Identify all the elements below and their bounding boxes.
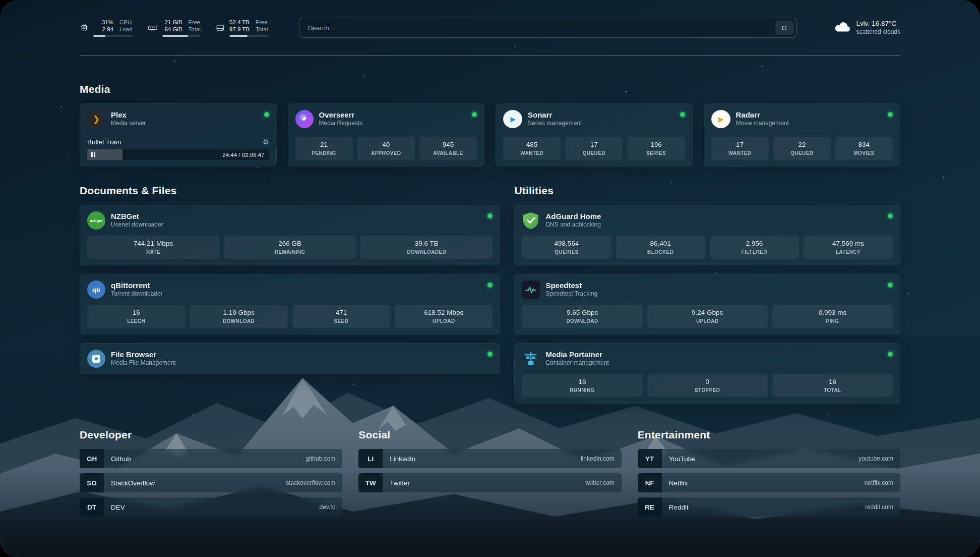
service-subtitle: Container management (545, 359, 608, 367)
service-card-speedtest[interactable]: Speedtest Speedtest Tracking 9.65 GbpsDO… (514, 274, 900, 335)
service-card-nzbget[interactable]: nzbget NZBGet Usenet downloader 744.21 M… (80, 205, 500, 265)
service-name: Plex (111, 110, 146, 119)
service-subtitle: Media File Management (111, 359, 176, 367)
cloud-icon (834, 20, 851, 35)
service-subtitle: Usenet downloader (111, 220, 163, 229)
nzbget-icon: nzbget (87, 211, 105, 230)
stat-movies: 834MOVIES (835, 137, 893, 160)
service-name: AdGuard Home (545, 212, 601, 220)
bookmark-name: Github (111, 455, 131, 463)
stat-queued: 22QUEUED (773, 137, 831, 160)
plex-icon: ❯ (87, 110, 105, 128)
overseerr-icon (295, 110, 314, 128)
bookmark-name: LinkedIn (390, 455, 415, 463)
disk-progressbar (229, 35, 268, 37)
disk-total-label: Total (256, 26, 268, 33)
pause-icon (91, 152, 95, 157)
bookmark-linkedin[interactable]: LI LinkedIn linkedin.com (358, 449, 621, 468)
stat-running: 16RUNNING (522, 374, 642, 397)
bookmark-stackoverflow[interactable]: SO StackOverflow stackoverflow.com (80, 473, 342, 492)
sonarr-icon: ▶ (503, 110, 522, 128)
disk-icon (216, 23, 225, 32)
stat-upload: 618.52 MbpsUPLOAD (395, 305, 493, 328)
service-name: File Browser (111, 350, 176, 359)
service-card-portainer[interactable]: Media Portainer Container management 16R… (514, 343, 900, 404)
status-dot (888, 352, 893, 357)
section-utilities: Utilities (514, 185, 900, 404)
portainer-icon (522, 350, 540, 368)
weather-condition: scattered clouds (856, 28, 900, 36)
status-dot (487, 213, 493, 218)
status-dot (888, 112, 893, 117)
bookmark-dev[interactable]: DT DEV dev.to (80, 497, 342, 517)
status-dot (472, 112, 477, 117)
service-subtitle: DNS and adblocking (545, 220, 601, 229)
stat-wanted: 485WANTED (503, 137, 561, 160)
stat-available: 945AVAILABLE (419, 137, 477, 160)
bookmark-url: dev.to (320, 504, 336, 511)
service-name: Speedtest (545, 281, 597, 290)
service-name: Radarr (736, 110, 789, 119)
stat-queries: 498,564QUERIES (522, 236, 611, 259)
service-subtitle: Series management (528, 119, 582, 128)
search-bar: G (299, 18, 796, 38)
cpu-usage-value: 31% (102, 19, 113, 26)
section-title-social: Social (358, 429, 621, 441)
stat-remaining: 266 GBREMAINING (224, 236, 356, 259)
bookmark-url: github.com (306, 455, 336, 462)
memory-total-label: Total (189, 26, 201, 33)
bookmark-youtube[interactable]: YT YouTube youtube.com (638, 449, 900, 468)
bookmark-netflix[interactable]: NF Netflix netflix.com (638, 473, 900, 492)
memory-progressbar (162, 35, 201, 37)
stat-blocked: 86,401BLOCKED (616, 236, 705, 259)
service-card-adguard[interactable]: AdGuard Home DNS and adblocking 498,564Q… (514, 205, 900, 265)
stat-stopped: 0STOPPED (647, 374, 768, 397)
section-documents: Documents & Files nzbget NZBGet Usenet d… (80, 185, 500, 374)
service-subtitle: Torrent downloader (111, 290, 163, 298)
status-dot (888, 283, 893, 288)
service-card-plex[interactable]: ❯ Plex Media server Bullet Train ⚙ (80, 103, 277, 166)
cpu-icon (80, 23, 89, 32)
service-card-filebrowser[interactable]: File Browser Media File Management (80, 343, 500, 374)
bookmark-url: reddit.com (865, 504, 893, 511)
search-input[interactable] (307, 24, 775, 32)
qbittorrent-icon: qb (87, 281, 105, 299)
service-card-qbittorrent[interactable]: qb qBittorrent Torrent downloader 16LEEC… (80, 274, 500, 335)
bookmark-group-social: Social LI LinkedIn linkedin.com TW Twitt… (358, 429, 621, 522)
bookmark-url: stackoverflow.com (286, 479, 335, 486)
playback-time: 24:44 / 02:06:47 (222, 152, 264, 158)
stat-download: 9.65 GbpsDOWNLOAD (522, 305, 642, 328)
bookmark-name: Twitter (390, 479, 410, 487)
service-subtitle: Speedtest Tracking (545, 290, 597, 298)
memory-free-label: Free (189, 19, 201, 26)
cpu-load-value: 2.94 (102, 26, 113, 33)
stat-queued: 17QUEUED (565, 137, 623, 160)
bookmark-name: StackOverflow (111, 479, 155, 487)
service-card-sonarr[interactable]: ▶ Sonarr Series management 485WANTED 17Q… (496, 103, 693, 166)
stat-ping: 0.993 msPING (772, 305, 893, 328)
disk-free-value: 52.4 TB (229, 19, 250, 26)
system-metrics: 31% 2.94 CPU Load (80, 19, 268, 37)
stat-latency: 47.569 msLATENCY (804, 236, 893, 259)
stat-total: 16TOTAL (772, 374, 893, 397)
disk-total-value: 97.9 TB (229, 26, 250, 33)
adguard-icon (522, 211, 540, 230)
bookmark-twitter[interactable]: TW Twitter twitter.com (358, 473, 621, 492)
gear-icon[interactable]: ⚙ (263, 138, 269, 146)
now-playing-title: Bullet Train (87, 138, 121, 146)
service-card-radarr[interactable]: ▶ Radarr Movie management 17WANTED 22QUE… (704, 103, 901, 166)
memory-free-value: 21 GiB (164, 19, 182, 26)
service-name: Media Portainer (545, 350, 608, 359)
disk-free-label: Free (256, 19, 268, 26)
bookmark-reddit[interactable]: RE Reddit reddit.com (638, 497, 900, 517)
stat-downloaded: 39.6 TBDOWNLOADED (360, 236, 493, 259)
bookmark-github[interactable]: GH Github github.com (80, 449, 342, 468)
search-provider-button[interactable]: G (775, 21, 793, 35)
stat-download: 1.19 GbpsDOWNLOAD (190, 305, 287, 328)
bookmark-abbr: LI (358, 449, 383, 468)
weather-location: Lviv, 16.87°C (856, 19, 900, 28)
service-card-overseerr[interactable]: Overseerr Media Requests 21PENDING 40APP… (288, 103, 485, 166)
service-subtitle: Movie management (736, 119, 789, 128)
topbar: 31% 2.94 CPU Load (80, 0, 900, 56)
bookmark-abbr: GH (80, 449, 104, 468)
